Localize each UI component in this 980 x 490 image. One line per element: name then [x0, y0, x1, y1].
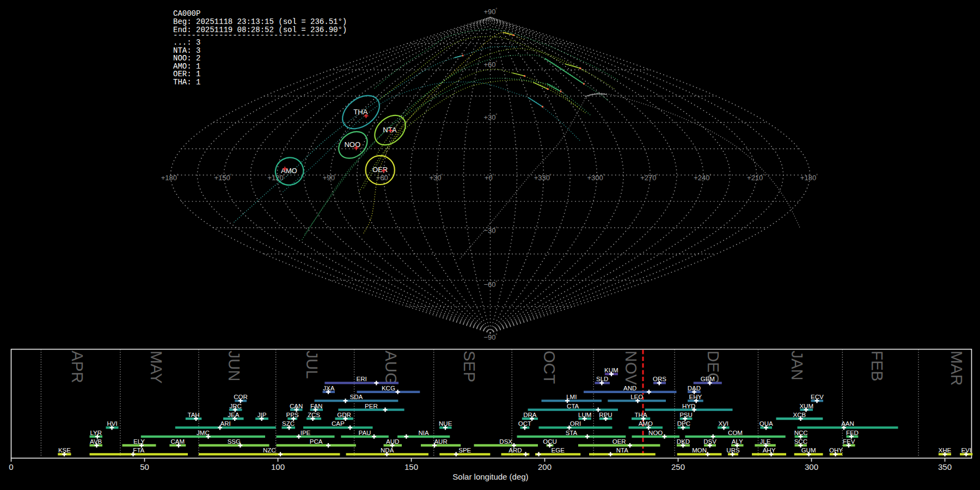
- svg-text:EHY: EHY: [689, 394, 702, 400]
- svg-text:HYD: HYD: [682, 403, 695, 409]
- svg-text:+180˚: +180˚: [800, 174, 818, 182]
- svg-text:NUE: NUE: [439, 420, 452, 427]
- svg-text:GDR: GDR: [337, 412, 351, 418]
- svg-text:JAN: JAN: [788, 351, 806, 381]
- svg-text:AND: AND: [623, 385, 636, 391]
- svg-text:LUM: LUM: [578, 412, 591, 418]
- svg-text:SPE: SPE: [458, 447, 471, 454]
- svg-text:XCB: XCB: [793, 412, 806, 418]
- svg-text:GEM: GEM: [701, 376, 715, 382]
- svg-text:SSG: SSG: [228, 438, 241, 445]
- svg-text:200: 200: [538, 462, 552, 471]
- svg-text:ORI: ORI: [570, 420, 581, 427]
- svg-text:XUM: XUM: [799, 403, 813, 409]
- svg-text:NIA: NIA: [419, 430, 430, 436]
- svg-text:+90˚: +90˚: [483, 8, 497, 16]
- svg-text:AMO: AMO: [639, 420, 653, 427]
- svg-text:KCG: KCG: [382, 385, 395, 391]
- svg-text:LMI: LMI: [566, 394, 577, 400]
- svg-text:FEB: FEB: [868, 351, 886, 381]
- svg-text:+270˚: +270˚: [640, 174, 658, 182]
- svg-text:ARD: ARD: [509, 447, 522, 454]
- svg-text:AMO: AMO: [281, 167, 297, 175]
- svg-text:50: 50: [140, 462, 149, 471]
- svg-text:KUM: KUM: [604, 367, 618, 373]
- svg-text:MAR: MAR: [948, 351, 965, 385]
- svg-text:OER: OER: [612, 438, 626, 445]
- svg-text:+60˚: +60˚: [376, 174, 390, 182]
- svg-text:100: 100: [271, 462, 285, 471]
- svg-text:ECV: ECV: [811, 394, 824, 400]
- svg-text:SZC: SZC: [282, 420, 295, 427]
- svg-text:JEA: JEA: [228, 412, 239, 418]
- svg-text:250: 250: [671, 462, 685, 471]
- svg-text:Solar longitude (deg): Solar longitude (deg): [452, 472, 528, 481]
- svg-text:EVI: EVI: [961, 447, 971, 454]
- svg-text:PER: PER: [365, 403, 378, 409]
- svg-text:PCA: PCA: [310, 438, 323, 445]
- svg-text:JUN: JUN: [225, 351, 243, 381]
- svg-text:ORS: ORS: [653, 376, 666, 382]
- svg-text:XHE: XHE: [939, 447, 952, 454]
- svg-text:+300˚: +300˚: [587, 174, 604, 182]
- svg-text:HVI: HVI: [107, 420, 117, 427]
- svg-text:COM: COM: [728, 430, 743, 436]
- svg-text:DKD: DKD: [677, 438, 690, 445]
- svg-text:FEV: FEV: [843, 438, 855, 445]
- svg-text:+180˚: +180˚: [161, 174, 179, 182]
- svg-text:COR: COR: [234, 394, 248, 400]
- svg-text:THA: 1: THA: 1: [173, 78, 200, 87]
- svg-text:STA: STA: [566, 430, 578, 436]
- svg-text:JRC: JRC: [229, 403, 241, 409]
- svg-text:TAH: TAH: [188, 412, 200, 418]
- svg-text:+210˚: +210˚: [747, 174, 764, 182]
- svg-text:ZCS: ZCS: [308, 412, 320, 418]
- svg-text:SCC: SCC: [794, 438, 807, 445]
- svg-text:IPE: IPE: [301, 430, 311, 436]
- svg-text:EGE: EGE: [552, 447, 565, 454]
- svg-text:NZC: NZC: [263, 447, 276, 454]
- svg-text:MON: MON: [692, 447, 707, 454]
- svg-text:+90˚: +90˚: [323, 174, 336, 182]
- svg-text:NDA: NDA: [381, 447, 394, 454]
- svg-text:CAN: CAN: [290, 403, 303, 409]
- svg-text:−30˚: −30˚: [483, 226, 497, 235]
- svg-text:LEO: LEO: [630, 394, 643, 400]
- svg-text:NTA: NTA: [383, 126, 396, 134]
- svg-text:OCU: OCU: [543, 438, 557, 445]
- svg-text:ERI: ERI: [357, 376, 367, 382]
- svg-text:300: 300: [805, 462, 818, 471]
- svg-text:AHY: AHY: [763, 447, 776, 454]
- svg-text:NOV: NOV: [622, 351, 640, 385]
- svg-text:LYR: LYR: [90, 430, 102, 436]
- svg-text:JIP: JIP: [258, 412, 267, 418]
- svg-text:JLE: JLE: [760, 438, 771, 445]
- svg-text:AUD: AUD: [386, 438, 399, 445]
- svg-text:AUG: AUG: [382, 351, 400, 385]
- svg-text:OCT: OCT: [541, 351, 558, 384]
- svg-text:ARI: ARI: [220, 420, 231, 427]
- svg-text:ELY: ELY: [133, 438, 145, 445]
- svg-text:DAD: DAD: [688, 385, 701, 391]
- svg-text:OCT: OCT: [518, 420, 531, 427]
- svg-text:NOO: NOO: [344, 140, 360, 149]
- svg-text:+30˚: +30˚: [483, 113, 497, 121]
- svg-text:URS: URS: [726, 447, 740, 454]
- svg-text:DRA: DRA: [523, 412, 537, 418]
- svg-text:OHY: OHY: [829, 447, 843, 454]
- svg-text:DSV: DSV: [703, 438, 716, 445]
- svg-text:CA000P: CA000P: [173, 9, 200, 18]
- svg-text:KSE: KSE: [58, 447, 71, 454]
- svg-text:−60˚: −60˚: [483, 280, 497, 289]
- svg-text:ALY: ALY: [732, 438, 743, 445]
- svg-text:FAN: FAN: [310, 403, 322, 409]
- svg-text:XVI: XVI: [719, 420, 729, 427]
- svg-text:FTA: FTA: [133, 447, 144, 454]
- svg-text:AVB: AVB: [90, 438, 102, 445]
- svg-text:PAU: PAU: [359, 430, 371, 436]
- svg-text:SDA: SDA: [350, 394, 363, 400]
- svg-text:CAP: CAP: [332, 420, 345, 427]
- svg-text:CAM: CAM: [171, 438, 185, 445]
- svg-text:SEP: SEP: [461, 351, 478, 382]
- svg-text:FED: FED: [846, 430, 859, 436]
